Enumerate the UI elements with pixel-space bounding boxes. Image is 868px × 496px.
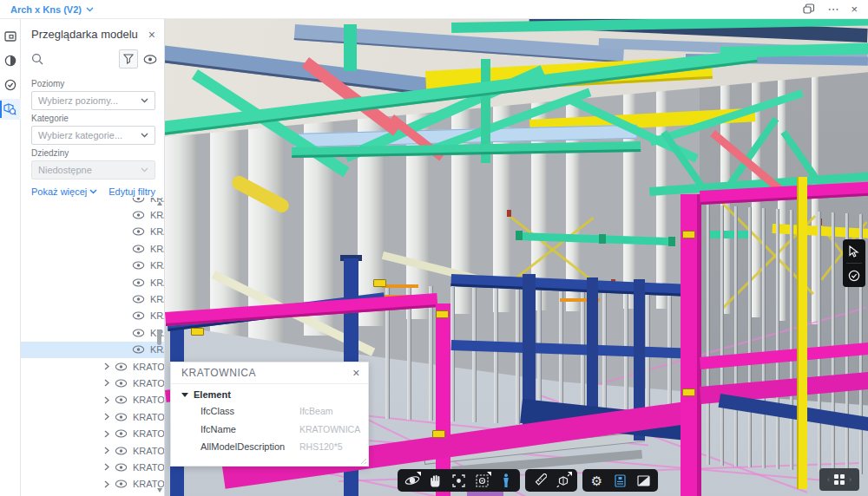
eye-icon[interactable] — [132, 295, 145, 303]
fit-view-button[interactable] — [447, 469, 470, 492]
search-icon[interactable] — [31, 53, 43, 65]
tree-item[interactable]: KRATOWNICA — [21, 274, 164, 290]
show-more-link[interactable]: Pokaż więcej — [31, 186, 97, 197]
settings-button[interactable]: ⚙ — [585, 469, 608, 492]
eye-icon[interactable] — [132, 345, 145, 354]
visibility-toggle-icon[interactable] — [143, 55, 157, 64]
chevron-right-icon[interactable] — [104, 379, 109, 387]
model-structure-button[interactable] — [608, 469, 632, 492]
validate-button[interactable] — [843, 264, 865, 287]
comments-icon[interactable] — [803, 3, 815, 15]
scroll-down-icon[interactable] — [157, 488, 162, 493]
eye-icon[interactable] — [115, 447, 128, 455]
eye-icon[interactable] — [132, 198, 145, 203]
chevron-right-icon[interactable] — [104, 362, 109, 370]
camera-view-button[interactable] — [470, 469, 494, 492]
chevron-right-icon[interactable] — [104, 396, 109, 404]
display-mode-button[interactable] — [632, 469, 655, 492]
filter-button[interactable] — [119, 49, 138, 69]
left-toolbar — [0, 19, 21, 496]
panel-close-icon[interactable]: × — [148, 29, 155, 41]
model-browser-icon[interactable] — [0, 99, 21, 120]
eye-icon[interactable] — [132, 278, 145, 287]
levels-select[interactable]: Wybierz poziomy... — [31, 91, 155, 110]
property-row: IfcClassIfcBeam — [171, 402, 368, 421]
categories-select[interactable]: Wybierz kategorie... — [31, 126, 155, 145]
tree-item[interactable]: KRATOWNICA — [21, 290, 164, 307]
document-switcher[interactable]: Arch x Kns (V2) — [10, 4, 94, 15]
tree-item[interactable]: KRATOWNICA — [21, 240, 164, 257]
popup-close-icon[interactable]: × — [352, 367, 360, 379]
eye-icon[interactable] — [132, 261, 145, 270]
tree-item[interactable]: KRATOWNICA — [21, 224, 164, 240]
person-icon — [502, 473, 510, 487]
tree-item[interactable]: KRATOWNICA — [21, 442, 164, 459]
measure-button[interactable] — [528, 469, 551, 492]
funnel-icon — [123, 54, 134, 64]
orbit-button[interactable] — [400, 469, 424, 492]
tree-item[interactable]: KRATOWNICA — [21, 392, 164, 408]
chevron-right-icon[interactable] — [104, 480, 109, 488]
categories-label: Kategorie — [31, 114, 154, 123]
eye-icon[interactable] — [115, 413, 128, 421]
next-view-icon[interactable]: › — [849, 476, 852, 484]
eye-icon[interactable] — [132, 211, 145, 219]
eye-icon[interactable] — [115, 362, 128, 371]
viewer-toolbar: ⚙ — [165, 469, 868, 492]
tree-item[interactable]: KRATOWNICA — [21, 375, 164, 391]
top-bar: Arch x Kns (V2) ⋯ × — [0, 0, 868, 19]
tree-item[interactable]: KRATOWNICA — [21, 258, 164, 274]
tree-item[interactable]: KRATOWNICA — [21, 459, 164, 475]
model-viewport[interactable]: KRATOWNICA × Element IfcClassIfcBeamIfcN… — [165, 19, 868, 496]
tree-scrollbar[interactable] — [156, 198, 163, 496]
appearance-icon[interactable] — [0, 50, 21, 71]
eye-icon[interactable] — [115, 463, 128, 472]
scroll-up-icon[interactable] — [157, 201, 162, 206]
document-title: Arch x Kns (V2) — [10, 4, 82, 15]
tree-item[interactable]: KRATOWNICA — [21, 308, 164, 324]
chevron-right-icon[interactable] — [104, 430, 109, 438]
panel-title: Przeglądarka modelu — [31, 28, 138, 41]
edit-filters-link[interactable]: Edytuj filtry — [108, 186, 155, 197]
chevron-right-icon[interactable] — [104, 463, 109, 471]
tree-item[interactable]: KRATOWNICA — [21, 425, 164, 441]
explode-button[interactable] — [551, 469, 575, 492]
popup-section-element[interactable]: Element — [171, 384, 368, 402]
scrollbar-thumb[interactable] — [157, 330, 161, 345]
properties-popup[interactable]: KRATOWNICA × Element IfcClassIfcBeamIfcN… — [170, 362, 369, 467]
property-row: IfcNameKRATOWNICA — [171, 421, 368, 439]
eye-icon[interactable] — [115, 429, 128, 438]
eye-icon[interactable] — [115, 480, 128, 488]
select-cursor-button[interactable] — [843, 239, 865, 263]
tree-item[interactable]: KRATOWNICA — [21, 198, 164, 206]
views-icon[interactable] — [0, 26, 21, 47]
resize-handle-icon[interactable] — [358, 456, 366, 464]
tree-item[interactable]: KRATOWNICA — [21, 342, 164, 358]
tree-item[interactable]: KRATOWNICA — [21, 358, 164, 375]
eye-icon[interactable] — [132, 245, 145, 253]
prev-view-icon[interactable]: ‹ — [827, 476, 830, 484]
checklist-icon[interactable] — [0, 75, 21, 95]
property-row: AllModelDescriptionRHS120*5 — [171, 438, 368, 456]
pan-button[interactable] — [424, 469, 447, 492]
chevron-right-icon[interactable] — [104, 413, 109, 421]
tree-item[interactable]: KRATOWNICA — [21, 408, 164, 425]
domains-label: Dziedziny — [31, 148, 154, 158]
chevron-right-icon[interactable] — [104, 447, 109, 454]
close-icon[interactable]: × — [851, 3, 858, 15]
eye-icon[interactable] — [115, 395, 128, 404]
popup-title: KRATOWNICA — [181, 367, 256, 379]
chevron-down-icon — [86, 7, 94, 12]
selection-toolbar — [843, 239, 865, 287]
tree-item[interactable]: KRATOWNICA — [21, 324, 164, 341]
eye-icon[interactable] — [115, 379, 128, 388]
walk-button[interactable] — [494, 469, 517, 492]
eye-icon[interactable] — [132, 329, 145, 337]
tree-item[interactable]: KRATOWNICA — [21, 476, 164, 493]
contrast-square-icon — [637, 475, 650, 486]
more-icon[interactable]: ⋯ — [827, 3, 838, 15]
tree-item[interactable]: KRATOWNICA — [21, 206, 164, 223]
views-grid-button[interactable]: ‹ › — [819, 468, 859, 491]
eye-icon[interactable] — [132, 227, 145, 236]
eye-icon[interactable] — [132, 311, 145, 320]
